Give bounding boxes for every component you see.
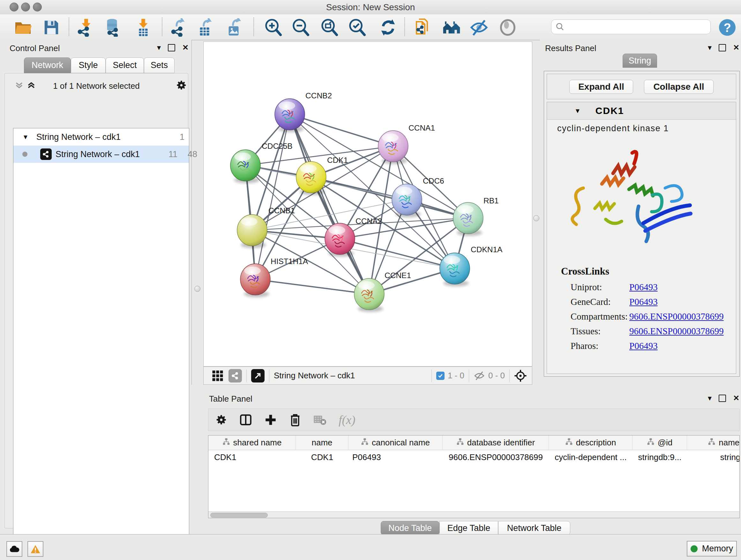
network-node-CCNA1[interactable] xyxy=(378,131,408,164)
table-row[interactable]: CDK1CDK1P064939606.ENSP00000378699cyclin… xyxy=(208,450,739,464)
network-node-CDC6[interactable] xyxy=(392,184,422,217)
export-table-button[interactable] xyxy=(196,17,215,37)
network-row-selected[interactable]: String Network – cdk1 11 48 xyxy=(13,145,189,163)
crosslink-value-link[interactable]: P06493 xyxy=(629,341,658,351)
network-node-CDKN1A[interactable] xyxy=(440,253,470,287)
import-network-from-database-button[interactable] xyxy=(103,17,123,37)
horizontal-splitter[interactable] xyxy=(192,385,741,392)
crosslink-value-link[interactable]: P06493 xyxy=(629,297,658,307)
delete-table-icon[interactable] xyxy=(313,414,327,426)
import-table-from-file-button[interactable] xyxy=(133,17,153,37)
network-node-CDK1[interactable] xyxy=(296,162,326,195)
column-header-shared-name[interactable]: shared name xyxy=(208,435,296,450)
column-header--id[interactable]: @id xyxy=(632,435,687,450)
zoom-selected-button[interactable] xyxy=(347,17,367,37)
panel-float-icon[interactable] xyxy=(719,395,726,402)
crosslink-label: Compartments: xyxy=(570,311,629,322)
panel-float-icon[interactable] xyxy=(719,44,726,51)
left-splitter-handle[interactable] xyxy=(194,286,200,292)
export-image-button[interactable] xyxy=(224,17,244,37)
tree-expander-icon[interactable]: ▼ xyxy=(22,133,29,141)
tab-edge-table[interactable]: Edge Table xyxy=(440,521,498,535)
add-column-icon[interactable] xyxy=(264,413,277,427)
column-header-database-identifier[interactable]: database identifier xyxy=(443,435,549,450)
node-label-RB1: RB1 xyxy=(483,196,499,205)
tab-style[interactable]: Style xyxy=(71,57,106,73)
network-edge-CDK1-RB1[interactable] xyxy=(311,177,468,218)
network-node-CCNE1[interactable] xyxy=(354,278,384,312)
network-canvas[interactable]: CCNB2CCNA1CDC25BCDK1CDC6RB1CCNB1CCNA2CDK… xyxy=(203,42,532,367)
tab-select[interactable]: Select xyxy=(106,57,144,73)
network-node-HIST1H1A[interactable] xyxy=(240,264,270,297)
network-collection-row[interactable]: ▼ String Network – cdk1 1 xyxy=(13,128,189,145)
hidden-eye-icon[interactable] xyxy=(474,371,485,381)
save-session-button[interactable] xyxy=(42,17,61,37)
hide-glass-button[interactable] xyxy=(469,17,489,37)
table-options-gear-icon[interactable] xyxy=(215,414,227,426)
inactive-eye-button[interactable] xyxy=(498,17,518,37)
string-network-badge-icon xyxy=(40,148,52,160)
open-in-window-icon[interactable] xyxy=(251,369,265,382)
panel-menu-arrow-icon[interactable]: ▾ xyxy=(708,44,712,51)
network-node-CCNB1[interactable] xyxy=(237,214,267,248)
network-edge-CCNB2-HIST1H1A[interactable] xyxy=(255,114,290,279)
scrollbar-thumb[interactable] xyxy=(210,513,268,517)
warning-status-button[interactable] xyxy=(27,541,44,557)
crosslink-value-link[interactable]: P06493 xyxy=(629,282,658,293)
cloud-status-button[interactable] xyxy=(6,541,22,557)
expand-all-button[interactable]: Expand All xyxy=(569,80,633,94)
panel-close-icon[interactable]: ✕ xyxy=(733,394,739,402)
column-header-namespace[interactable]: namespace xyxy=(687,435,740,450)
network-from-document-button[interactable] xyxy=(414,17,433,37)
tab-network[interactable]: Network xyxy=(24,57,71,73)
crosslink-value-link[interactable]: 9606.ENSP00000378699 xyxy=(629,326,724,336)
zoom-fit-button[interactable] xyxy=(320,17,339,37)
result-entry-header[interactable]: ▼ CDK1 xyxy=(547,102,736,120)
network-node-RB1[interactable] xyxy=(453,202,483,236)
network-edge-CCNB2-CCNE1[interactable] xyxy=(290,114,369,294)
network-node-CDC25B[interactable] xyxy=(230,150,260,183)
tab-network-table[interactable]: Network Table xyxy=(498,521,570,535)
search-input[interactable] xyxy=(551,19,711,34)
column-header-label: shared name xyxy=(233,438,282,448)
memory-button[interactable]: Memory xyxy=(687,541,737,557)
network-edge-HIST1H1A-CCNE1[interactable] xyxy=(255,279,369,294)
network-list-panel: 1 of 1 Network selected ▼ String Network… xyxy=(4,73,188,528)
help-button[interactable]: ? xyxy=(718,17,737,37)
panel-float-icon[interactable] xyxy=(168,44,175,51)
tab-string-results[interactable]: String xyxy=(623,54,657,68)
node-label-CDKN1A: CDKN1A xyxy=(471,245,502,254)
column-header-name[interactable]: name xyxy=(296,435,348,450)
delete-column-icon[interactable] xyxy=(289,413,301,427)
network-node-CCNA2[interactable] xyxy=(325,223,355,257)
entry-expander-icon[interactable]: ▼ xyxy=(575,107,581,115)
network-edge-CDC25B-CDC6[interactable] xyxy=(246,165,407,199)
tab-sets[interactable]: Sets xyxy=(144,57,175,73)
panel-menu-arrow-icon[interactable]: ▾ xyxy=(157,44,161,51)
function-builder-icon[interactable]: f(x) xyxy=(339,413,355,427)
right-splitter-handle[interactable] xyxy=(533,215,539,221)
selected-checkbox-icon[interactable] xyxy=(436,372,445,380)
network-edge-CCNB2-CCNA1[interactable] xyxy=(290,114,393,146)
birds-eye-view-icon[interactable] xyxy=(212,370,223,381)
column-header-canonical-name[interactable]: canonical name xyxy=(348,435,443,450)
tab-node-table[interactable]: Node Table xyxy=(381,521,440,535)
collapse-all-button[interactable]: Collapse All xyxy=(644,80,714,94)
zoom-out-button[interactable] xyxy=(291,17,311,37)
panel-menu-arrow-icon[interactable]: ▾ xyxy=(708,394,712,402)
crosslink-value-link[interactable]: 9606.ENSP00000378699 xyxy=(629,311,724,322)
string-style-icon[interactable] xyxy=(228,369,242,382)
show-columns-icon[interactable] xyxy=(239,413,253,427)
fit-selected-crosshair-icon[interactable] xyxy=(514,369,527,382)
panel-close-icon[interactable]: ✕ xyxy=(733,44,739,51)
column-header-description[interactable]: description xyxy=(549,435,632,450)
network-options-gear-icon[interactable] xyxy=(175,79,187,92)
zoom-in-button[interactable] xyxy=(263,17,283,37)
horizontal-scrollbar[interactable] xyxy=(208,511,739,518)
export-network-button[interactable] xyxy=(170,17,190,37)
refresh-view-button[interactable] xyxy=(378,17,398,37)
string-home-button[interactable] xyxy=(442,17,461,37)
open-session-button[interactable] xyxy=(13,17,33,37)
panel-close-icon[interactable]: ✕ xyxy=(182,44,189,51)
import-network-from-file-button[interactable] xyxy=(76,17,95,37)
